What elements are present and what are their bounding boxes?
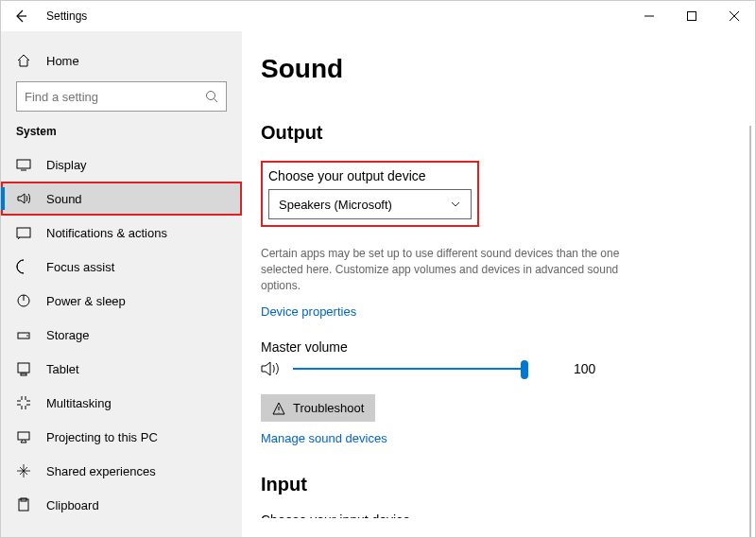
search-icon: [205, 90, 218, 103]
input-device-label: Choose your input device: [261, 512, 727, 518]
svg-point-1: [207, 92, 215, 100]
svg-rect-8: [21, 373, 26, 375]
focus-assist-icon: [16, 259, 31, 274]
minimize-button[interactable]: [627, 1, 670, 31]
sidebar-item-label: Tablet: [46, 362, 79, 376]
volume-value: 100: [574, 361, 595, 376]
svg-rect-0: [687, 12, 696, 21]
sidebar-item-storage[interactable]: Storage: [1, 318, 242, 352]
page-title: Sound: [261, 54, 727, 84]
close-button[interactable]: [713, 1, 755, 31]
device-properties-link[interactable]: Device properties: [261, 304, 356, 319]
svg-rect-7: [18, 363, 29, 373]
sidebar-item-label: Clipboard: [46, 498, 99, 512]
slider-thumb[interactable]: [521, 360, 528, 379]
scrollbar[interactable]: [749, 126, 751, 537]
home-icon: [16, 53, 31, 68]
troubleshoot-label: Troubleshoot: [293, 401, 364, 415]
sidebar-item-shared-experiences[interactable]: Shared experiences: [1, 454, 242, 488]
titlebar: Settings: [1, 1, 755, 31]
warning-icon: [272, 402, 285, 415]
home-label: Home: [46, 54, 79, 68]
sidebar-home[interactable]: Home: [1, 45, 242, 76]
maximize-button[interactable]: [670, 1, 713, 31]
window-controls: [627, 1, 755, 31]
manage-sound-devices-link[interactable]: Manage sound devices: [261, 431, 387, 445]
sidebar-item-label: Projecting to this PC: [46, 430, 158, 444]
minimize-icon: [644, 11, 654, 21]
sidebar-item-label: Shared experiences: [46, 464, 156, 478]
troubleshoot-button[interactable]: Troubleshoot: [261, 394, 375, 422]
search-field[interactable]: [25, 90, 205, 104]
sidebar-item-multitasking[interactable]: Multitasking: [1, 386, 242, 420]
maximize-icon: [687, 11, 696, 21]
svg-rect-9: [18, 432, 29, 440]
sidebar: Home System Display Sound Notifications …: [1, 31, 242, 537]
sidebar-item-label: Storage: [46, 328, 90, 342]
sidebar-section: System: [1, 125, 242, 148]
sidebar-item-clipboard[interactable]: Clipboard: [1, 488, 242, 522]
power-icon: [16, 293, 31, 308]
svg-point-6: [26, 335, 28, 337]
output-device-label: Choose your output device: [268, 168, 472, 183]
shared-icon: [16, 463, 31, 478]
multitasking-icon: [16, 395, 31, 410]
input-heading: Input: [261, 474, 727, 495]
master-volume-label: Master volume: [261, 339, 727, 355]
sidebar-item-label: Display: [46, 158, 87, 172]
close-icon: [730, 11, 739, 21]
master-volume-row: 100: [261, 360, 727, 377]
sidebar-item-label: Focus assist: [46, 260, 114, 274]
sidebar-item-label: Power & sleep: [46, 294, 126, 308]
projecting-icon: [16, 429, 31, 444]
sidebar-item-label: Notifications & actions: [46, 226, 167, 240]
search-input[interactable]: [16, 81, 227, 112]
tablet-icon: [16, 361, 31, 376]
sidebar-item-tablet[interactable]: Tablet: [1, 352, 242, 386]
sidebar-item-label: Multitasking: [46, 396, 112, 410]
sidebar-item-power-sleep[interactable]: Power & sleep: [1, 284, 242, 318]
sidebar-item-focus-assist[interactable]: Focus assist: [1, 250, 242, 284]
chevron-down-icon: [450, 199, 461, 210]
volume-slider[interactable]: [293, 368, 524, 370]
output-heading: Output: [261, 122, 727, 144]
sidebar-item-sound[interactable]: Sound: [1, 182, 242, 216]
sidebar-item-display[interactable]: Display: [1, 148, 242, 182]
clipboard-icon: [16, 497, 31, 512]
back-button[interactable]: [7, 1, 35, 31]
arrow-left-icon: [14, 9, 27, 23]
output-device-dropdown[interactable]: Speakers (Microsoft): [268, 189, 472, 219]
dropdown-value: Speakers (Microsoft): [279, 198, 392, 212]
sidebar-item-label: Sound: [46, 192, 82, 206]
output-desc: Certain apps may be set up to use differ…: [261, 246, 658, 293]
content-area: Sound Output Choose your output device S…: [242, 31, 755, 537]
output-device-group: Choose your output device Speakers (Micr…: [261, 161, 479, 227]
svg-rect-3: [17, 228, 30, 237]
svg-rect-2: [17, 160, 30, 168]
window-title: Settings: [46, 9, 87, 23]
speaker-icon: [261, 360, 280, 377]
sidebar-item-notifications[interactable]: Notifications & actions: [1, 216, 242, 250]
notifications-icon: [16, 225, 31, 240]
sound-icon: [16, 191, 31, 206]
sidebar-item-projecting[interactable]: Projecting to this PC: [1, 420, 242, 454]
storage-icon: [16, 327, 31, 342]
display-icon: [16, 157, 31, 172]
